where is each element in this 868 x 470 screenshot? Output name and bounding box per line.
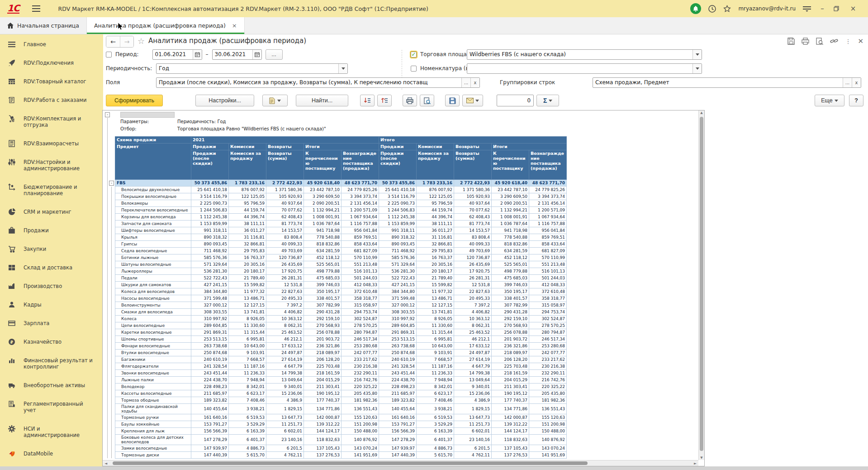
- sidebar-item-datamobile[interactable]: DataMobile: [0, 446, 103, 462]
- row-value-cell[interactable]: 24 497,87: [454, 350, 492, 356]
- row-value-cell[interactable]: 10 643,00: [229, 343, 266, 350]
- row-item-name[interactable]: Флягодержатели: [115, 363, 191, 370]
- row-value-cell[interactable]: 243 451,44: [379, 370, 417, 377]
- row-value-cell[interactable]: 8 342,01: [229, 384, 266, 390]
- row-value-cell[interactable]: 3 938,21: [229, 404, 266, 414]
- fields-clear-icon[interactable]: x: [470, 78, 479, 87]
- row-value-cell[interactable]: 9 103,91: [229, 350, 266, 356]
- row-value-cell[interactable]: 17 920,75: [454, 268, 492, 275]
- row-value-cell[interactable]: 522 722,43: [379, 275, 417, 282]
- header-subgroup[interactable]: Возвраты: [454, 144, 492, 150]
- selected-cell[interactable]: [120, 112, 175, 118]
- row-value-cell[interactable]: 250 874,68: [191, 350, 229, 356]
- main-menu-icon[interactable]: [32, 5, 40, 12]
- row-value-cell[interactable]: 218 161,59: [492, 370, 529, 377]
- header-group-total[interactable]: Итого: [379, 137, 567, 144]
- row-value-cell[interactable]: 49 703,69: [266, 248, 304, 254]
- row-value-cell[interactable]: 1 200 571,09: [342, 207, 379, 214]
- row-value-cell[interactable]: 211 685,97: [379, 390, 417, 397]
- row-value-cell[interactable]: 8 062,31: [266, 322, 304, 329]
- row-value-cell[interactable]: 13 741,81: [229, 309, 266, 316]
- row-value-cell[interactable]: 778 540,88: [304, 234, 342, 241]
- row-value-cell[interactable]: 21 789,40: [229, 275, 266, 282]
- row-item-name[interactable]: Покрышки велосипедные: [115, 193, 191, 200]
- row-value-cell[interactable]: 290 431,28: [304, 309, 342, 316]
- row-value-cell[interactable]: 218 089,97: [492, 350, 529, 356]
- row-value-cell[interactable]: 13 486,71: [229, 295, 266, 302]
- nomenclature-checkbox[interactable]: [411, 66, 417, 72]
- row-value-cell[interactable]: 142 000,87: [492, 414, 529, 421]
- row-value-cell[interactable]: 270 568,93: [492, 322, 529, 329]
- service-menu-icon[interactable]: [803, 5, 811, 12]
- row-value-cell[interactable]: 858 433,64: [529, 241, 567, 248]
- row-item-name[interactable]: Колеса для велосипедов: [115, 288, 191, 295]
- more-button[interactable]: Еще: [815, 95, 844, 106]
- row-value-cell[interactable]: 140 876,92: [342, 435, 379, 445]
- row-value-cell[interactable]: 7 668,57: [417, 356, 454, 363]
- row-value-cell[interactable]: 2 225 090,73: [379, 200, 417, 207]
- row-value-cell[interactable]: 143 070,24: [342, 445, 379, 452]
- row-value-cell[interactable]: 634 281,59: [304, 248, 342, 254]
- period-to-input[interactable]: [213, 50, 252, 59]
- row-item-name[interactable]: Баулы хоккейные: [115, 421, 191, 428]
- row-value-cell[interactable]: 120 736,87: [454, 254, 492, 261]
- row-value-cell[interactable]: 50 373 455,86: [379, 180, 417, 187]
- header-column[interactable]: Комиссия за продажу: [417, 150, 454, 180]
- row-value-cell[interactable]: 308 303,55: [191, 309, 229, 316]
- row-value-cell[interactable]: 27 614,19: [266, 356, 304, 363]
- row-value-cell[interactable]: 475 685,03: [492, 275, 529, 282]
- sidebar-item-cart[interactable]: Закупки: [0, 241, 103, 257]
- generate-button[interactable]: Сформировать: [106, 95, 163, 106]
- row-value-cell[interactable]: 26 435,69: [266, 261, 304, 268]
- row-value-cell[interactable]: 11 187,16: [417, 363, 454, 370]
- row-value-cell[interactable]: 12 127,15: [229, 302, 266, 309]
- row-value-cell[interactable]: 12 531,8: [266, 282, 304, 288]
- row-value-cell[interactable]: 70 077,62: [266, 207, 304, 214]
- row-value-cell[interactable]: 44 159,74: [417, 207, 454, 214]
- row-value-cell[interactable]: 1 008 001,91: [492, 214, 529, 221]
- row-value-cell[interactable]: 15 599,82: [229, 282, 266, 288]
- row-value-cell[interactable]: 302 524,87: [529, 316, 567, 322]
- sidebar-item-bag[interactable]: Продажи: [0, 222, 103, 239]
- row-value-cell[interactable]: 189 323,82: [191, 397, 229, 404]
- row-value-cell[interactable]: 190 195,12: [492, 390, 529, 397]
- row-value-cell[interactable]: 31 116,81: [229, 234, 266, 241]
- row-item-name[interactable]: Шифтеры велосипедные: [115, 227, 191, 234]
- row-value-cell[interactable]: 206 128,20: [304, 356, 342, 363]
- row-value-cell[interactable]: 13 049,64: [454, 377, 492, 384]
- row-value-cell[interactable]: 253 280,68: [342, 343, 379, 350]
- row-value-cell[interactable]: 372 610,48: [529, 288, 567, 295]
- row-value-cell[interactable]: 4 406,82: [454, 309, 492, 316]
- row-value-cell[interactable]: 956 041,84: [529, 227, 567, 234]
- nomenclature-dropdown-icon[interactable]: [693, 64, 702, 73]
- row-value-cell[interactable]: 2 131 456,14: [529, 200, 567, 207]
- row-value-cell[interactable]: 147 440,39: [379, 452, 417, 459]
- row-value-cell[interactable]: 150 488,00: [342, 428, 379, 435]
- row-value-cell[interactable]: 25 641 410,18: [379, 187, 417, 193]
- row-item-name[interactable]: Велодекор: [115, 384, 191, 390]
- row-value-cell[interactable]: 256 078,88: [304, 329, 342, 336]
- row-value-cell[interactable]: 242 077,77: [529, 350, 567, 356]
- row-value-cell[interactable]: 95 796,59: [229, 200, 266, 207]
- row-value-cell[interactable]: 156 566,39: [191, 428, 229, 435]
- row-value-cell[interactable]: 6 602,01: [266, 428, 304, 435]
- row-value-cell[interactable]: 412 048,33: [342, 282, 379, 288]
- sidebar-item-sliders[interactable]: RDV:Настройки и администрирование: [0, 154, 103, 177]
- row-value-cell[interactable]: 250 874,68: [379, 350, 417, 356]
- marketplace-dropdown-icon[interactable]: [693, 50, 702, 59]
- row-value-cell[interactable]: 7 397,2: [266, 302, 304, 309]
- grouping-input[interactable]: [593, 78, 843, 87]
- row-value-cell[interactable]: 253 280,68: [529, 343, 567, 350]
- row-value-cell[interactable]: 137 276,53: [492, 452, 529, 459]
- row-value-cell[interactable]: 136 551,43: [342, 404, 379, 414]
- row-value-cell[interactable]: 15 236,06: [266, 390, 304, 397]
- row-value-cell[interactable]: 20 495,33: [266, 295, 304, 302]
- row-item-name[interactable]: Лыжероллеры: [115, 268, 191, 275]
- header-column[interactable]: Комиссия за продажу: [229, 150, 266, 180]
- row-value-cell[interactable]: 20 305,16: [229, 261, 266, 268]
- params-label[interactable]: Параметры:: [120, 119, 149, 124]
- row-value-cell[interactable]: 16 763,37: [229, 254, 266, 261]
- row-item-name[interactable]: Насосы велосипедные: [115, 295, 191, 302]
- row-value-cell[interactable]: 4 647,79: [454, 363, 492, 370]
- autosum-value[interactable]: 0: [497, 95, 534, 106]
